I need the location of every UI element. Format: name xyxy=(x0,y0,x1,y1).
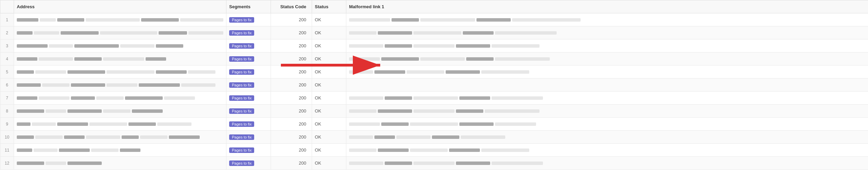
blurred-url-segment xyxy=(180,18,223,22)
segments-cell[interactable]: Pages to fix xyxy=(226,144,271,157)
segments-cell[interactable]: Pages to fix xyxy=(226,26,271,39)
blurred-url-segment xyxy=(392,18,419,22)
blurred-url-segment xyxy=(413,109,455,113)
pages-to-fix-badge[interactable]: Pages to fix xyxy=(229,147,254,153)
address-cell[interactable] xyxy=(14,79,226,92)
address-cell[interactable] xyxy=(14,144,226,157)
table-row: 12Pages to fix200OK xyxy=(0,157,868,170)
address-cell[interactable] xyxy=(14,131,226,144)
segments-cell[interactable]: Pages to fix xyxy=(226,92,271,105)
malformed-link-cell[interactable] xyxy=(346,52,868,65)
address-cell[interactable] xyxy=(14,13,226,26)
malformed-content xyxy=(349,162,865,165)
pages-to-fix-badge[interactable]: Pages to fix xyxy=(229,82,254,88)
pages-to-fix-badge[interactable]: Pages to fix xyxy=(229,95,254,101)
status-cell: OK xyxy=(312,26,346,39)
status-cell: OK xyxy=(312,79,346,92)
pages-to-fix-badge[interactable]: Pages to fix xyxy=(229,121,254,127)
blurred-url-segment xyxy=(374,135,395,139)
blurred-url-segment xyxy=(17,162,44,165)
status-cell: OK xyxy=(312,39,346,52)
blurred-url-segment xyxy=(139,83,180,87)
blurred-url-segment xyxy=(100,31,157,35)
malformed-link-cell[interactable] xyxy=(346,105,868,118)
address-cell[interactable] xyxy=(14,65,226,79)
malformed-link-cell[interactable] xyxy=(346,79,868,92)
pages-to-fix-badge[interactable]: Pages to fix xyxy=(229,30,254,36)
address-content xyxy=(17,31,223,35)
segments-cell[interactable]: Pages to fix xyxy=(226,39,271,52)
blurred-url-segment xyxy=(381,57,419,61)
blurred-url-segment xyxy=(407,70,444,74)
blurred-url-segment xyxy=(410,148,448,152)
pages-to-fix-badge[interactable]: Pages to fix xyxy=(229,17,254,23)
status-code-cell: 200 xyxy=(271,26,312,39)
blurred-url-segment xyxy=(413,96,458,100)
blurred-url-segment xyxy=(120,148,140,152)
malformed-link-cell[interactable] xyxy=(346,39,868,52)
pages-to-fix-badge[interactable]: Pages to fix xyxy=(229,108,254,114)
pages-to-fix-badge[interactable]: Pages to fix xyxy=(229,134,254,140)
address-cell[interactable] xyxy=(14,92,226,105)
address-cell[interactable] xyxy=(14,118,226,131)
blurred-url-segment xyxy=(349,148,376,152)
blurred-url-segment xyxy=(181,83,215,87)
address-content xyxy=(17,96,223,100)
blurred-url-segment xyxy=(57,122,88,126)
blurred-url-segment xyxy=(349,96,383,100)
malformed-link-cell[interactable] xyxy=(346,13,868,26)
segments-cell[interactable]: Pages to fix xyxy=(226,131,271,144)
blurred-url-segment xyxy=(67,70,105,74)
blurred-url-segment xyxy=(17,70,34,74)
status-cell: OK xyxy=(312,65,346,79)
segments-cell[interactable]: Pages to fix xyxy=(226,105,271,118)
row-number: 4 xyxy=(0,52,14,65)
malformed-link-cell[interactable] xyxy=(346,144,868,157)
malformed-link-cell[interactable] xyxy=(346,131,868,144)
segments-cell[interactable]: Pages to fix xyxy=(226,52,271,65)
segments-cell[interactable]: Pages to fix xyxy=(226,13,271,26)
blurred-url-segment xyxy=(420,18,475,22)
address-cell[interactable] xyxy=(14,39,226,52)
malformed-link-cell[interactable] xyxy=(346,65,868,79)
blurred-url-segment xyxy=(61,31,99,35)
segments-cell[interactable]: Pages to fix xyxy=(226,157,271,170)
blurred-url-segment xyxy=(120,44,154,48)
pages-to-fix-badge[interactable]: Pages to fix xyxy=(229,69,254,75)
status-cell: OK xyxy=(312,92,346,105)
malformed-link-cell[interactable] xyxy=(346,118,868,131)
status-cell: OK xyxy=(312,52,346,65)
blurred-url-segment xyxy=(40,18,56,22)
blurred-url-segment xyxy=(57,18,84,22)
row-number: 11 xyxy=(0,144,14,157)
malformed-link-cell[interactable] xyxy=(346,26,868,39)
pages-to-fix-badge[interactable]: Pages to fix xyxy=(229,43,254,49)
malformed-link-cell[interactable] xyxy=(346,157,868,170)
blurred-url-segment xyxy=(378,148,409,152)
address-cell[interactable] xyxy=(14,157,226,170)
blurred-url-segment xyxy=(17,83,41,87)
address-cell[interactable] xyxy=(14,105,226,118)
blurred-url-segment xyxy=(17,122,30,126)
malformed-content xyxy=(349,122,865,126)
malformed-link-cell[interactable] xyxy=(346,92,868,105)
status-code-cell: 200 xyxy=(271,39,312,52)
address-cell[interactable] xyxy=(14,26,226,39)
blurred-url-segment xyxy=(381,122,409,126)
blurred-url-segment xyxy=(64,135,85,139)
status-code-cell: 200 xyxy=(271,52,312,65)
blurred-url-segment xyxy=(385,96,412,100)
blurred-url-segment xyxy=(17,96,37,100)
pages-to-fix-badge[interactable]: Pages to fix xyxy=(229,56,254,62)
row-number: 5 xyxy=(0,65,14,79)
pages-to-fix-badge[interactable]: Pages to fix xyxy=(229,160,254,166)
segments-cell[interactable]: Pages to fix xyxy=(226,79,271,92)
blurred-url-segment xyxy=(432,135,459,139)
col-header-rownum xyxy=(0,0,14,13)
address-cell[interactable] xyxy=(14,52,226,65)
malformed-content xyxy=(349,31,865,35)
blurred-url-segment xyxy=(107,83,137,87)
segments-cell[interactable]: Pages to fix xyxy=(226,118,271,131)
segments-cell[interactable]: Pages to fix xyxy=(226,65,271,79)
blurred-url-segment xyxy=(463,31,494,35)
